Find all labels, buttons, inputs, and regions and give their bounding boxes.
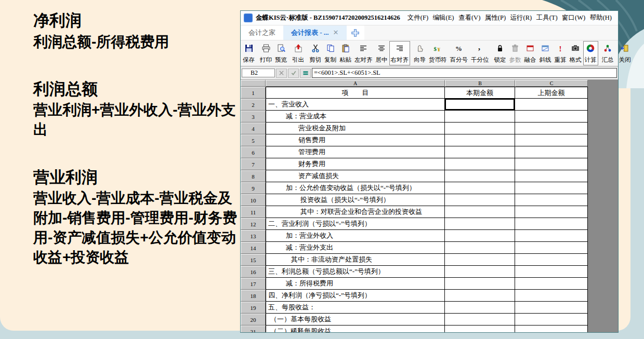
row-header[interactable]: 1 xyxy=(241,87,266,99)
cell-b[interactable] xyxy=(445,99,515,111)
menu-item[interactable]: 属性(P) xyxy=(484,13,507,22)
cell-b[interactable] xyxy=(445,278,515,290)
menu-item[interactable]: 文件(F) xyxy=(406,13,429,22)
select-all-corner[interactable] xyxy=(241,80,266,87)
menu-item[interactable]: 编辑(E) xyxy=(432,13,455,22)
cell-c[interactable] xyxy=(515,254,588,266)
percent-button[interactable]: % 百分号 xyxy=(449,41,470,65)
cell-b[interactable]: 本期金额 xyxy=(445,87,515,99)
cell-a[interactable]: 加：公允价值变动收益（损失以“-”号填列） xyxy=(266,182,445,194)
cell-b[interactable] xyxy=(445,206,515,218)
menu-item[interactable]: 窗口(W) xyxy=(561,13,586,22)
cell-c[interactable] xyxy=(515,170,588,182)
add-tab-button[interactable] xyxy=(347,25,364,40)
cell-a[interactable]: 五、每股收益： xyxy=(266,302,445,314)
save-button[interactable]: 保存 xyxy=(241,41,256,65)
cell-b[interactable] xyxy=(445,111,515,123)
row-header[interactable]: 2 xyxy=(241,99,266,111)
cell-a[interactable]: 加：营业外收入 xyxy=(266,230,445,242)
merge-button[interactable]: 融合 xyxy=(523,41,538,65)
cell-a[interactable]: 四、净利润（净亏损以“-”号填列） xyxy=(266,290,445,302)
cell-c[interactable] xyxy=(515,123,588,134)
cell-b[interactable] xyxy=(445,170,515,182)
menu-item[interactable]: 工具(T) xyxy=(535,13,559,22)
row-header[interactable]: 10 xyxy=(241,194,266,206)
format-button[interactable]: 格式 xyxy=(568,41,583,65)
calc-button[interactable]: 计算 xyxy=(583,41,598,65)
cell-b[interactable] xyxy=(445,182,515,194)
column-header-c[interactable]: C xyxy=(515,80,588,87)
row-header[interactable]: 18 xyxy=(241,290,266,302)
row-header[interactable]: 17 xyxy=(241,278,266,290)
row-header[interactable]: 21 xyxy=(241,326,266,332)
lock-button[interactable]: 锁定 xyxy=(493,41,508,65)
formula-equals-button[interactable] xyxy=(300,69,311,78)
menu-item[interactable]: 查看(V) xyxy=(457,13,481,22)
align-right-button[interactable]: 右对齐 xyxy=(389,41,411,65)
column-header-a[interactable]: A xyxy=(266,80,445,87)
copy-button[interactable]: 复制 xyxy=(323,41,338,65)
cell-c[interactable] xyxy=(515,194,588,206)
close-button[interactable]: 关闭 xyxy=(617,41,633,65)
tab-accounting-home[interactable]: 会计之家 xyxy=(241,25,283,40)
slash-button[interactable]: 斜线 xyxy=(538,41,553,65)
cell-c[interactable] xyxy=(515,302,588,314)
cell-c[interactable] xyxy=(515,99,588,111)
export-button[interactable]: 引出 xyxy=(291,41,306,65)
row-header[interactable]: 8 xyxy=(241,170,266,182)
summary-button[interactable]: 汇总 xyxy=(600,41,615,65)
cell-a[interactable]: 营业税金及附加 xyxy=(266,123,445,134)
cell-a[interactable]: 管理费用 xyxy=(266,146,445,158)
tab-accounting-report[interactable]: 会计报表 - ... ✕ xyxy=(283,25,347,40)
cell-b[interactable] xyxy=(445,254,515,266)
formula-cancel-button[interactable] xyxy=(276,69,287,78)
cell-b[interactable] xyxy=(445,302,515,314)
recalc-button[interactable]: ! 重算 xyxy=(553,41,568,65)
cell-a[interactable]: 其中：对联营企业和合营企业的投资收益 xyxy=(266,206,445,218)
cell-c[interactable] xyxy=(515,134,588,146)
cell-a[interactable]: 资产减值损失 xyxy=(266,170,445,182)
paste-button[interactable]: 粘贴 xyxy=(338,41,353,65)
cut-button[interactable]: 剪切 xyxy=(308,41,323,65)
row-header[interactable]: 3 xyxy=(241,111,266,123)
row-header[interactable]: 19 xyxy=(241,302,266,314)
cell-a[interactable]: 减：营业外支出 xyxy=(266,242,445,254)
cell-a[interactable]: （一）基本每股收益 xyxy=(266,314,445,326)
tab-close-icon[interactable]: ✕ xyxy=(333,29,339,37)
row-header[interactable]: 14 xyxy=(241,242,266,254)
wizard-button[interactable]: 向导 xyxy=(412,41,427,65)
cell-c[interactable] xyxy=(515,158,588,170)
print-button[interactable]: 打印 xyxy=(258,41,273,65)
cell-a[interactable]: 二、营业利润（亏损以“-”号填列） xyxy=(266,218,445,230)
currency-button[interactable]: $¥ 货币符 xyxy=(427,41,449,65)
cell-b[interactable] xyxy=(445,218,515,230)
row-header[interactable]: 20 xyxy=(241,314,266,326)
cell-c[interactable] xyxy=(515,278,588,290)
cell-c[interactable] xyxy=(515,206,588,218)
cell-c[interactable] xyxy=(515,146,588,158)
menu-item[interactable]: 运行(R) xyxy=(509,13,533,22)
row-header[interactable]: 13 xyxy=(241,230,266,242)
preview-button[interactable]: 预览 xyxy=(273,41,288,65)
align-left-button[interactable]: 左对齐 xyxy=(353,41,374,65)
formula-input[interactable]: =<6001>.SL+<6051>.SL xyxy=(312,68,617,78)
cell-c[interactable] xyxy=(515,218,588,230)
cell-b[interactable] xyxy=(445,266,515,278)
cell-b[interactable] xyxy=(445,314,515,326)
cell-c[interactable] xyxy=(515,290,588,302)
row-header[interactable]: 7 xyxy=(241,158,266,170)
cell-a[interactable]: 减：营业成本 xyxy=(266,111,445,123)
cell-a[interactable]: 三、利润总额（亏损总额以“-”号填列） xyxy=(266,266,445,278)
row-header[interactable]: 6 xyxy=(241,146,266,158)
cell-c[interactable] xyxy=(515,111,588,123)
cell-a[interactable]: 财务费用 xyxy=(266,158,445,170)
cell-c[interactable] xyxy=(515,326,588,332)
row-header[interactable]: 16 xyxy=(241,266,266,278)
cell-b[interactable] xyxy=(445,146,515,158)
row-header[interactable]: 15 xyxy=(241,254,266,266)
row-header[interactable]: 12 xyxy=(241,218,266,230)
cell-a[interactable]: （二）稀释每股收益 xyxy=(266,326,445,332)
cell-a[interactable]: 销售费用 xyxy=(266,134,445,146)
cell-reference-box[interactable]: B2 xyxy=(242,69,275,77)
cell-b[interactable] xyxy=(445,230,515,242)
